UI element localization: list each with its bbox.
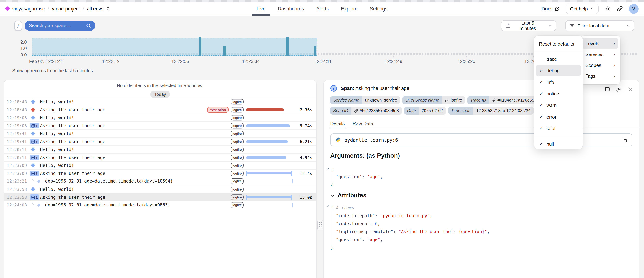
get-help-button[interactable]: Get help [566,4,598,14]
expand-children-badge[interactable]: 1 [30,155,39,160]
span-row[interactable]: 12:19:031Asking the user their agelogfir… [4,121,316,129]
logfire-tag[interactable]: logfire [231,147,244,152]
logfire-tag[interactable]: logfire [231,99,244,105]
span-row[interactable]: 12:23:21dob=1996-02-01 age=datetime.time… [4,177,316,185]
histogram-bar[interactable] [223,46,226,56]
reset-to-defaults-item[interactable]: Reset to defaults [534,38,583,49]
search-input[interactable]: Search your spans... [24,21,95,31]
logfire-tag[interactable]: logfire [231,194,244,200]
row-message: Hello, world! [40,99,74,104]
span-row[interactable]: 12:19:03Hello, world!logfire [4,113,316,121]
breadcrumb-project[interactable]: vmac-project [52,6,80,11]
docs-label: Docs [542,6,553,11]
collapse-children-badge[interactable]: 1 [30,171,39,176]
env-selector-icon[interactable] [106,7,110,11]
logfire-tag[interactable]: logfire [231,131,244,136]
meta-badge-trace-id[interactable]: Trace ID#0194c7e7a176e55e [468,96,540,104]
span-row[interactable]: 12:18:48Hello, world!logfire [4,98,316,105]
level-item-fatal[interactable]: ✓fatal [536,122,581,134]
split-view-icon[interactable] [605,86,610,92]
tab-live[interactable]: Live [256,2,266,16]
histogram-bar[interactable] [286,37,289,56]
span-row[interactable]: 12:19:411Asking the user their agelogfir… [4,137,316,145]
copy-icon[interactable] [622,137,628,143]
logfire-tag[interactable]: logfire [231,123,244,128]
logfire-tag[interactable]: logfire [231,115,244,120]
level-item-notice[interactable]: ✓notice [536,88,581,99]
meta-badge-otel-scope-name[interactable]: OTel Scope Namelogfire [402,96,465,104]
exception-badge[interactable]: exception [207,107,228,113]
detail-tab-details[interactable]: Details [330,118,345,128]
histogram-bar[interactable] [198,37,201,56]
span-row[interactable]: 12:23:091Asking the user their agelogfir… [4,169,316,177]
filter-category-services[interactable]: Services› [582,49,618,60]
selected-time-window[interactable] [32,38,317,56]
expand-children-badge[interactable]: 1 [30,123,39,128]
collapse-chevron-icon[interactable] [326,204,330,208]
span-row[interactable]: 12:23:531Asking the user their agelogfir… [4,193,316,201]
level-item-warn[interactable]: ✓warn [536,99,581,111]
top-nav: vidyasagarmsc / vmac-project / all envs … [0,2,644,16]
duration-bar-zone [246,201,296,209]
level-item-trace[interactable]: trace [536,53,581,65]
span-row[interactable]: 12:24:08dob=1998-02-01 age=datetime.time… [4,201,316,209]
detail-tab-raw-data[interactable]: Raw Data [353,118,373,128]
level-item-null[interactable]: ✓null [536,138,581,150]
histogram-bar[interactable] [314,46,316,56]
span-row[interactable]: 12:18:48Asking the user their ageexcepti… [4,105,316,113]
tab-explore[interactable]: Explore [340,2,358,16]
filter-category-levels[interactable]: Levels› [582,38,618,49]
meta-badge-time-span[interactable]: Time span12:23:53.718 to 12:24:08.734 [448,107,534,115]
meta-badge-date[interactable]: Date2025-02-02 [404,107,446,115]
panel-resize-handle[interactable] [317,220,324,230]
logfire-tag[interactable]: logfire [231,163,244,168]
logfire-tag[interactable]: logfire [231,178,244,184]
collapse-chevron-icon[interactable] [326,167,330,171]
span-row[interactable]: 12:23:53Hello, world!logfire [4,185,316,193]
share-link-icon[interactable] [617,6,623,12]
level-item-error[interactable]: ✓error [536,111,581,122]
close-icon[interactable] [628,86,633,92]
logfire-tag[interactable]: logfire [231,186,244,192]
code-token [331,221,336,226]
breadcrumb-org[interactable]: vidyasagarmsc [12,6,45,11]
tab-settings[interactable]: Settings [369,2,388,16]
tab-alerts[interactable]: Alerts [316,2,330,16]
time-range-button[interactable]: Last 5 minutes [501,20,556,31]
attributes-heading[interactable]: Attributes [330,192,366,199]
docs-link[interactable]: Docs [542,6,560,11]
code-token: : [370,221,375,226]
chevron-right-icon: › [614,73,615,78]
code-location-text: pydantic_learn.py:6 [344,137,398,143]
level-item-info[interactable]: ✓info [536,76,581,88]
meta-badge-service-name[interactable]: Service Nameunknown_service [330,96,400,104]
tab-dashboards[interactable]: Dashboards [277,2,305,16]
span-row[interactable]: 12:20:11Hello, world!logfire [4,145,316,153]
logfire-tag[interactable]: logfire [231,139,244,145]
row-message: Asking the user their age [40,195,105,200]
row-timestamp: 12:24:08 [7,202,27,208]
span-row[interactable]: 12:19:41Hello, world!logfire [4,129,316,137]
copy-link-icon[interactable] [616,86,622,92]
logfire-tag[interactable]: logfire [231,155,244,160]
logfire-tag[interactable]: logfire [231,107,244,113]
filter-category-tags[interactable]: Tags› [582,70,618,81]
expand-children-badge[interactable]: 1 [30,139,39,144]
filter-category-scopes[interactable]: Scopes› [582,60,618,70]
logfire-tag[interactable]: logfire [231,202,244,208]
collapse-children-badge[interactable]: 1 [30,195,39,200]
breadcrumb[interactable]: vidyasagarmsc / vmac-project / all envs [6,2,110,16]
meta-badge-span-id[interactable]: Span ID#5c4238557a08e6d8 [330,107,402,115]
filter-local-data-button[interactable]: Filter local data [565,20,634,31]
code-token: , [378,221,380,226]
span-row[interactable]: 12:20:111Asking the user their agelogfir… [4,153,316,161]
level-item-label: fatal [546,126,556,131]
code-token: "question" [336,237,362,242]
code-location-box[interactable]: pydantic_learn.py:6 [330,133,632,147]
level-item-debug[interactable]: ✓debug [536,65,581,76]
logfire-tag[interactable]: logfire [231,171,244,176]
breadcrumb-env[interactable]: all envs [87,6,104,11]
theme-toggle-icon[interactable] [605,6,611,12]
avatar[interactable]: V [629,4,638,14]
span-row[interactable]: 12:23:09Hello, world!logfire [4,161,316,169]
